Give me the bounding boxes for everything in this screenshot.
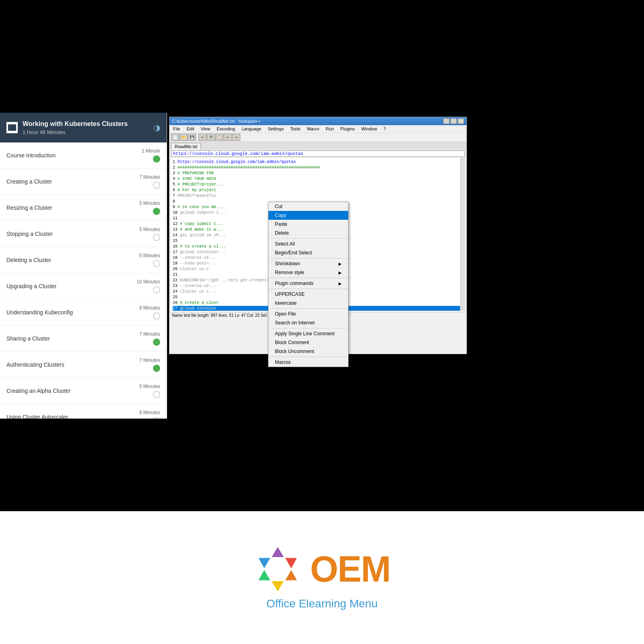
context-shrinkdown[interactable]: Shrinkdown ▶ bbox=[268, 259, 348, 268]
plugin-arrow: ▶ bbox=[339, 281, 342, 286]
context-cut[interactable]: Cut bbox=[268, 202, 348, 211]
sidebar-item-duration-1: 7 Minutes bbox=[139, 174, 160, 180]
sidebar-item-title-8: Authenticating Clusters bbox=[6, 361, 64, 368]
sidebar-item-right-5: 10 Minutes bbox=[136, 279, 160, 293]
svg-marker-1 bbox=[285, 553, 300, 568]
context-delete[interactable]: Delete bbox=[268, 229, 348, 237]
context-menu: Cut Copy Paste Delete Select All bbox=[268, 202, 349, 367]
sidebar-item-title-7: Sharing a Cluster bbox=[6, 335, 50, 342]
sidebar-item-1[interactable]: Creating a Cluster7 Minutes bbox=[0, 169, 167, 195]
line-1: 1 bbox=[173, 160, 178, 164]
menu-tools[interactable]: Tools bbox=[289, 126, 302, 132]
svg-marker-3 bbox=[272, 581, 284, 591]
context-lowercase[interactable]: lowercase bbox=[268, 299, 348, 308]
sidebar-item-title-3: Stopping a Cluster bbox=[6, 231, 53, 237]
menu-language[interactable]: Language bbox=[240, 126, 262, 132]
progress-icon: ◑ bbox=[153, 123, 160, 132]
sidebar-item-2[interactable]: Resizing a Cluster5 Minutes bbox=[0, 195, 167, 221]
sidebar-item-duration-7: 7 Minutes bbox=[139, 331, 160, 337]
sidebar-item-right-10: 8 Minutes bbox=[139, 410, 160, 419]
sidebar-item-title-1: Creating a Cluster bbox=[6, 178, 52, 185]
notepad-tab-readme[interactable]: ReadMe.txt bbox=[171, 143, 201, 150]
context-begin-end-select[interactable]: Begin/End Select bbox=[268, 248, 348, 257]
sidebar-item-status-3 bbox=[153, 234, 160, 241]
context-select-all[interactable]: Select All bbox=[268, 239, 348, 248]
menu-macro[interactable]: Macro bbox=[306, 126, 321, 132]
toolbar-copy[interactable]: ⎘ bbox=[207, 134, 215, 141]
sidebar-header-right: ◑ bbox=[153, 123, 160, 132]
context-plugin-commands[interactable]: Plugin commands ▶ bbox=[268, 279, 348, 288]
context-copy[interactable]: Copy bbox=[268, 211, 348, 220]
menu-view[interactable]: View bbox=[200, 126, 212, 132]
close-button[interactable]: ✕ bbox=[458, 118, 464, 124]
remove-style-arrow: ▶ bbox=[339, 270, 342, 275]
sidebar-item-status-6 bbox=[153, 312, 160, 320]
oem-brand-text: OEM bbox=[310, 549, 390, 590]
sidebar-item-right-1: 7 Minutes bbox=[139, 174, 160, 189]
context-block-comment[interactable]: Block Comment bbox=[268, 338, 348, 347]
sidebar-item-10[interactable]: Using Cluster Autoscaler8 Minutes bbox=[0, 404, 167, 419]
course-title: Working with Kubernetes Clusters bbox=[23, 120, 149, 128]
sidebar-item-3[interactable]: Stopping a Cluster5 Minutes bbox=[0, 221, 167, 247]
toolbar-undo[interactable]: ↩ bbox=[224, 134, 232, 141]
toolbar-redo[interactable]: ↪ bbox=[232, 134, 240, 141]
context-open-file[interactable]: Open File bbox=[268, 310, 348, 318]
svg-marker-2 bbox=[285, 570, 300, 585]
context-remove-style[interactable]: Remove style ▶ bbox=[268, 268, 348, 277]
menu-settings[interactable]: Settings bbox=[266, 126, 285, 132]
maximize-button[interactable]: □ bbox=[450, 118, 457, 124]
notepad-url-bar[interactable]: https://console.cloud.google.com/iam-adm… bbox=[171, 151, 465, 157]
sidebar-item-title-4: Deleting a Cluster bbox=[6, 257, 51, 263]
context-macros[interactable]: Macros bbox=[268, 358, 348, 367]
sidebar-item-5[interactable]: Upgrading a Cluster10 Minutes bbox=[0, 273, 167, 299]
sidebar-item-duration-2: 5 Minutes bbox=[139, 200, 160, 206]
menu-run[interactable]: Run bbox=[324, 126, 335, 132]
context-apply-single-line[interactable]: Apply Single Line Comment bbox=[268, 329, 348, 338]
oem-arrows-logo bbox=[254, 545, 302, 593]
menu-file[interactable]: File bbox=[172, 126, 182, 132]
sidebar-item-right-0: 1 Minute bbox=[142, 148, 160, 163]
sidebar-item-9[interactable]: Creating an Alpha Cluster5 Minutes bbox=[0, 378, 167, 404]
notepad-toolbar: 📄 📂 💾 ✂ ⎘ 📋 ↩ ↪ bbox=[169, 133, 466, 142]
sidebar-item-status-1 bbox=[153, 182, 160, 189]
sidebar-item-right-2: 5 Minutes bbox=[139, 200, 160, 215]
context-paste[interactable]: Paste bbox=[268, 220, 348, 229]
menu-help[interactable]: ? bbox=[382, 126, 387, 132]
sidebar-item-title-2: Resizing a Cluster bbox=[6, 204, 52, 211]
sidebar-item-status-4 bbox=[153, 260, 160, 267]
toolbar-sep1 bbox=[196, 134, 198, 141]
sidebar-item-duration-3: 5 Minutes bbox=[139, 227, 160, 232]
minimize-button[interactable]: _ bbox=[443, 118, 450, 124]
toolbar-cut[interactable]: ✂ bbox=[198, 134, 206, 141]
sidebar-item-0[interactable]: Course Introduction1 Minute bbox=[0, 142, 167, 169]
menu-plugins[interactable]: Plugins bbox=[339, 126, 356, 132]
toolbar-new[interactable]: 📄 bbox=[171, 134, 179, 141]
sidebar-item-duration-8: 7 Minutes bbox=[139, 357, 160, 363]
sidebar-item-6[interactable]: Understanding Kubeconfig8 Minutes bbox=[0, 299, 167, 326]
sidebar-item-right-4: 5 Minutes bbox=[139, 253, 160, 267]
sidebar-item-8[interactable]: Authenticating Clusters7 Minutes bbox=[0, 352, 167, 378]
logo-section: OEM Office Elearning Menu bbox=[0, 511, 644, 644]
svg-marker-5 bbox=[256, 553, 270, 568]
menu-window[interactable]: Window bbox=[360, 126, 378, 132]
menu-encoding[interactable]: Encoding bbox=[215, 126, 236, 132]
toolbar-open[interactable]: 📂 bbox=[180, 134, 188, 141]
sidebar-item-title-5: Upgrading a Cluster bbox=[6, 283, 57, 289]
context-search-internet[interactable]: Search on Internet bbox=[268, 318, 348, 327]
scrollbar[interactable] bbox=[460, 158, 465, 311]
context-uppercase[interactable]: UPPERCASE bbox=[268, 290, 348, 299]
oem-arrows-svg bbox=[254, 545, 302, 593]
toolbar-paste[interactable]: 📋 bbox=[215, 134, 223, 141]
sidebar-header: Working with Kubernetes Clusters 1 Hour … bbox=[0, 113, 167, 142]
course-icon bbox=[6, 122, 18, 133]
ctx-sep-2 bbox=[268, 258, 348, 258]
context-block-uncomment[interactable]: Block Uncomment bbox=[268, 347, 348, 356]
sidebar-item-title-6: Understanding Kubeconfig bbox=[6, 309, 73, 316]
sidebar-header-text: Working with Kubernetes Clusters 1 Hour … bbox=[23, 120, 149, 135]
sidebar-item-4[interactable]: Deleting a Cluster5 Minutes bbox=[0, 247, 167, 273]
toolbar-save[interactable]: 💾 bbox=[188, 134, 196, 141]
menu-edit[interactable]: Edit bbox=[186, 126, 196, 132]
sidebar-item-7[interactable]: Sharing a Cluster7 Minutes bbox=[0, 326, 167, 352]
main-container: Working with Kubernetes Clusters 1 Hour … bbox=[0, 0, 644, 644]
sidebar-item-status-2 bbox=[153, 208, 160, 215]
